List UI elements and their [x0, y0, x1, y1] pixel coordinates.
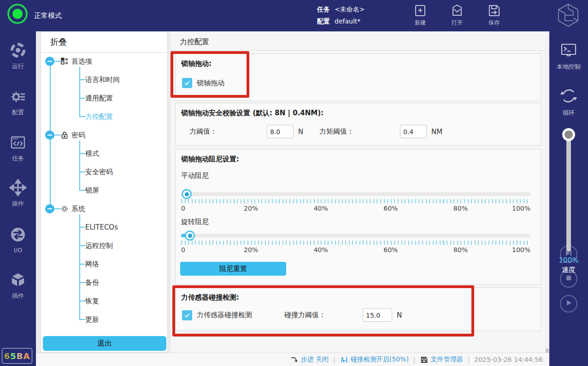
slider-ticks [181, 199, 530, 203]
run-icon [9, 52, 27, 61]
force-threshold-input[interactable] [267, 125, 294, 138]
tree-connector [79, 141, 80, 190]
tree-item-force-control-config[interactable]: 力控配置 [85, 111, 113, 122]
divider [41, 52, 168, 53]
sidebar-item-operate[interactable]: 操作 [0, 179, 36, 208]
tree-collapse-toggle[interactable] [45, 130, 54, 140]
tree-item-label: 首选项 [71, 57, 92, 66]
exit-button[interactable]: 退出 [43, 336, 166, 351]
rotation-damping-slider[interactable] [181, 234, 530, 237]
step-mode-icon [290, 356, 298, 364]
mode-label: 正常模式 [34, 0, 62, 31]
operate-icon [9, 189, 27, 198]
io-label: I/O [0, 247, 36, 254]
tree-item-safety-password[interactable]: 安全密码 [85, 166, 113, 177]
open-file-icon [449, 3, 465, 18]
lock-axis-drag-checkbox[interactable] [182, 78, 192, 88]
local-control-icon [559, 53, 578, 62]
vertical-scrollbar[interactable] [545, 31, 549, 366]
sidebar-item-config[interactable]: 配置 [0, 88, 36, 117]
sidebar-item-loop[interactable]: 循环 [549, 86, 588, 117]
speed-slider[interactable] [566, 136, 571, 252]
datetime: 2025-03-26 14:44:56 [474, 356, 543, 363]
tree-item-language-time[interactable]: 语言和时间 [85, 74, 120, 85]
plugin-icon [9, 282, 27, 290]
mode-indicator-icon [7, 4, 28, 24]
open-task-button[interactable]: 打开 [442, 3, 472, 27]
step-forward-icon [564, 248, 573, 260]
tree-item-update[interactable]: 更新 [85, 314, 99, 325]
slider-scale: 0 20% 40% 60% 80% 100% [181, 205, 530, 213]
speed-slider-handle[interactable] [562, 128, 575, 141]
config-icon [9, 98, 27, 107]
safety-check-title: 锁轴拖动安全校验设置 (默认: 8N | 0.4NM): [181, 109, 323, 118]
tree-item-lock-screen[interactable]: 锁屏 [85, 185, 99, 196]
tree-connector [79, 245, 85, 246]
tree-collapse-title[interactable]: 折叠 [50, 36, 67, 47]
sidebar-item-io[interactable]: I/O [0, 226, 36, 254]
tree-item-mode[interactable]: 模式 [85, 148, 99, 159]
sidebar-item-run[interactable]: 运行 [0, 41, 36, 71]
scale-label: 100% [512, 205, 530, 212]
tree-connector [79, 67, 80, 117]
torque-threshold-input[interactable] [400, 125, 427, 138]
new-file-icon [412, 3, 428, 18]
tree-item-restore[interactable]: 恢复 [85, 295, 99, 307]
config-nav-label: 配置 [0, 108, 36, 117]
scale-label: 40% [314, 205, 328, 212]
sidebar-item-plugin[interactable]: 插件 [0, 271, 36, 300]
tree-collapse-toggle[interactable] [45, 204, 54, 213]
tree-item-backup[interactable]: 备份 [85, 277, 99, 288]
top-bar: 正常模式 任务<未命名> 配置default* 新建 打开 保存 [0, 0, 588, 31]
loop-icon [559, 99, 579, 108]
left-sidebar: 运行 配置 任务 操作 I/O [0, 31, 36, 366]
separator: | [468, 356, 470, 363]
robot-id-badge[interactable]: 65BA [2, 348, 32, 364]
new-task-button[interactable]: 新建 [406, 3, 435, 27]
tree-item-label: 语言和时间 [85, 76, 120, 84]
save-task-button[interactable]: 保存 [479, 3, 509, 27]
sidebar-item-task[interactable]: 任务 [0, 134, 36, 163]
collision-status[interactable]: 碰撞检测开启(50%) [351, 355, 409, 364]
tree-connector [79, 79, 85, 80]
play-button[interactable] [560, 295, 577, 313]
tree-item-elitecos[interactable]: ELITECOs [85, 222, 118, 233]
slider-scale: 0 20% 40% 60% 80% 100% [181, 246, 530, 254]
collision-detection-checkbox[interactable] [182, 310, 192, 320]
tree-item-label: 系统 [71, 205, 85, 213]
tree-connector [79, 319, 85, 320]
io-icon [9, 236, 27, 245]
task-config-block: 任务<未命名> 配置default* [317, 3, 365, 27]
page-title: 力控配置 [180, 37, 209, 47]
step-forward-button[interactable] [560, 245, 577, 263]
tree-item-preferences[interactable]: 首选项 [60, 56, 92, 67]
right-sidebar: 本地控制 循环 100% 速度 [549, 31, 588, 366]
tree-item-network[interactable]: 网络 [85, 259, 99, 270]
tree-item-label: 备份 [85, 278, 99, 287]
collision-threshold-label: 碰撞力阈值 : [284, 311, 358, 319]
tree-collapse-toggle[interactable] [45, 57, 54, 66]
tree-item-remote-control[interactable]: 远程控制 [85, 240, 113, 251]
translation-damping-slider[interactable] [181, 192, 530, 196]
collision-threshold-input[interactable] [363, 308, 392, 322]
tree-item-password[interactable]: 密码 [60, 130, 85, 141]
damping-reset-button[interactable]: 阻尼重置 [180, 262, 286, 276]
tree-connector [79, 171, 85, 172]
translation-damping-slider-handle[interactable] [182, 189, 192, 199]
lock-axis-drag-section: 锁轴拖动: 锁轴拖动 [175, 53, 541, 101]
tree-connector [54, 208, 61, 209]
stop-button[interactable] [560, 270, 577, 288]
tree-item-general-config[interactable]: 通用配置 [85, 93, 113, 104]
tree-item-system[interactable]: 系统 [60, 203, 85, 214]
scale-label: 60% [383, 205, 398, 212]
rotation-damping-slider-handle[interactable] [185, 230, 195, 241]
step-mode-status[interactable]: 步进 关闭 [301, 355, 329, 364]
tree-connector [79, 227, 85, 228]
config-value[interactable]: default* [335, 18, 360, 25]
preferences-icon [60, 57, 69, 65]
collision-status-icon [340, 356, 348, 364]
file-manager-link[interactable]: 文件管理器 [431, 355, 463, 364]
sidebar-item-local-control[interactable]: 本地控制 [549, 41, 588, 71]
translation-damping-label: 平动阻尼 [181, 171, 209, 180]
save-icon [486, 3, 502, 18]
